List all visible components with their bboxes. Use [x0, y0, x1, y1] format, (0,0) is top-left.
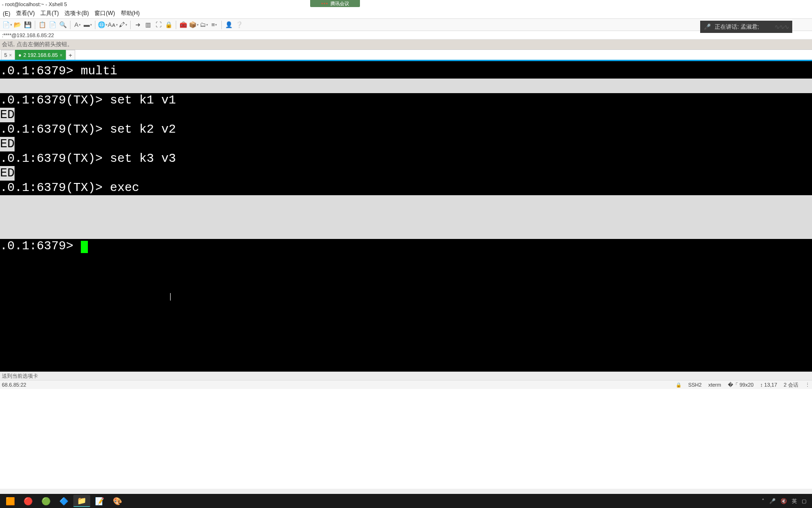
fullscreen-button[interactable]: ⛶	[154, 21, 163, 29]
task-paint[interactable]: 🎨	[109, 495, 126, 507]
terminal-line: ED	[0, 166, 812, 181]
task-app-red[interactable]: 🔴	[20, 495, 37, 507]
toolbar-separator	[176, 21, 176, 29]
list-button[interactable]: ≡	[210, 21, 219, 29]
user-button[interactable]: 👤	[225, 21, 233, 29]
terminal[interactable]: .0.1:6379> multi.0.1:6379(TX)> set k1 v1…	[0, 61, 812, 372]
encoding-button[interactable]: ➜	[133, 21, 142, 29]
tab-dot-icon: ●	[18, 52, 22, 58]
mic-icon: 🎤	[704, 24, 711, 30]
session-tab-active[interactable]: ● 2 192.168.6.85 ×	[15, 50, 66, 60]
bg-color-button[interactable]: ▬	[84, 21, 92, 29]
terminal-line	[0, 79, 812, 93]
close-icon[interactable]: ×	[9, 53, 12, 58]
tray-notifications-icon[interactable]: ▢	[802, 498, 806, 504]
close-icon[interactable]: ×	[60, 53, 62, 58]
status-pos: ↕ 13,17	[760, 382, 777, 388]
connection-text: :****@192.168.6.85:22	[2, 32, 54, 38]
highlight-button[interactable]: 🖍	[119, 21, 127, 29]
find-button[interactable]: 🔍	[59, 21, 67, 29]
menu-edit[interactable]: (E)	[3, 10, 10, 17]
menu-tools[interactable]: 工具(T)	[40, 9, 59, 17]
toolbar-separator	[35, 21, 35, 29]
card-button[interactable]: 🗂	[200, 21, 208, 29]
system-tray[interactable]: ˄ 🎤 🔇 英 ▢	[762, 498, 810, 505]
menu-view[interactable]: 查看(V)	[16, 9, 35, 17]
tray-chevron-icon[interactable]: ˄	[762, 498, 765, 504]
terminal-line	[0, 210, 812, 224]
status-sessions: 2 会话	[784, 381, 798, 389]
wave-icon: ∿∿∿	[774, 23, 789, 31]
tab-strip: 5 × ● 2 192.168.6.85 × +	[0, 50, 812, 61]
help-button[interactable]: ❔	[235, 21, 243, 29]
layout-button[interactable]: ▥	[144, 21, 152, 29]
hint-bar: 会话, 点击左侧的箭头按钮。	[0, 40, 812, 50]
terminal-line: .0.1:6379> multi	[0, 64, 812, 79]
save-button[interactable]: 💾	[23, 21, 32, 29]
terminal-line: .0.1:6379(TX)> set k3 v3	[0, 151, 812, 166]
menu-tabs[interactable]: 选项卡(B)	[64, 9, 89, 17]
whitespace	[0, 389, 812, 489]
status-bar: 68.6.85:22 🔒 SSH2 xterm �「 99x20 ↕ 13,17…	[0, 380, 812, 389]
windows-taskbar: 🟧 🔴 🟢 🔷 📁 📝 🎨 ˄ 🎤 🔇 英 ▢	[0, 494, 812, 508]
globe-button[interactable]: 🌐	[98, 21, 107, 29]
font-color-button[interactable]: A	[73, 21, 82, 29]
terminal-cursor	[81, 241, 88, 253]
menu-bar: (E) 查看(V) 工具(T) 选项卡(B) 窗口(W) 帮助(H)	[0, 8, 812, 19]
toolbar-separator	[70, 21, 70, 29]
open-button[interactable]: 📂	[13, 21, 22, 29]
task-app-blue[interactable]: 🔷	[55, 495, 72, 507]
toolbar-separator	[95, 21, 95, 29]
status-term: xterm	[708, 382, 721, 388]
lock-button[interactable]: 🔒	[164, 21, 173, 29]
tooltip-bar: 送到当前选项卡	[0, 372, 812, 380]
meeting-dots-icon	[321, 3, 328, 4]
tooltip-text: 送到当前选项卡	[2, 373, 38, 380]
task-file-explorer[interactable]: 📁	[73, 495, 90, 507]
menu-window[interactable]: 窗口(W)	[94, 9, 115, 17]
terminal-line	[0, 195, 812, 210]
tab-label: 5	[4, 52, 7, 58]
terminal-line: ED	[0, 137, 812, 151]
status-host: 68.6.85:22	[2, 382, 26, 388]
tools-button[interactable]: 🧰	[179, 21, 187, 29]
toolbar-separator	[130, 21, 131, 29]
new-session-button[interactable]: 📄	[3, 21, 11, 29]
tray-speaker-icon[interactable]: 🔇	[781, 498, 787, 504]
window-titlebar: - root@localhost:~ - Xshell 5	[0, 0, 812, 8]
session-tab[interactable]: 5 ×	[1, 50, 15, 60]
package-button[interactable]: 📦	[189, 21, 198, 29]
hint-text: 会话, 点击左侧的箭头按钮。	[2, 40, 73, 48]
meeting-label: 腾讯会议	[330, 0, 349, 7]
font-button[interactable]: Aᴀ	[109, 21, 117, 29]
copy-button[interactable]: 📋	[38, 21, 47, 29]
task-text-editor[interactable]: 📝	[91, 495, 108, 507]
toolbar: 📄 📂 💾 📋 📄 🔍 A ▬ 🌐 Aᴀ 🖍 ➜ ▥ ⛶ 🔒 🧰 📦 🗂 ≡ 👤…	[0, 19, 812, 31]
toolbar-separator	[221, 21, 222, 29]
tray-mic-icon[interactable]: 🎤	[769, 498, 776, 504]
terminal-line: ED	[0, 108, 812, 122]
status-size: �「 99x20	[728, 381, 754, 389]
task-app-vm[interactable]: 🟧	[2, 495, 19, 507]
voice-indicator: 🎤 正在讲话: 孟淑君; ∿∿∿	[700, 21, 792, 33]
meeting-badge[interactable]: 腾讯会议	[310, 0, 360, 7]
terminal-line: .0.1:6379(TX)> set k2 v2	[0, 122, 812, 137]
status-protocol: SSH2	[688, 382, 702, 388]
window-title: - root@localhost:~ - Xshell 5	[2, 1, 67, 7]
task-app-green[interactable]: 🟢	[38, 495, 55, 507]
terminal-line	[0, 224, 812, 239]
lock-icon: 🔒	[676, 382, 681, 388]
tab-label: 2 192.168.6.85	[23, 52, 58, 58]
connection-bar: :****@192.168.6.85:22	[0, 31, 812, 40]
terminal-line: .0.1:6379>	[0, 239, 812, 254]
tray-ime[interactable]: 英	[792, 498, 797, 505]
paste-button[interactable]: 📄	[48, 21, 57, 29]
terminal-line: .0.1:6379(TX)> exec	[0, 181, 812, 195]
status-sep: ⋮	[805, 382, 810, 388]
menu-help[interactable]: 帮助(H)	[121, 9, 140, 17]
new-tab-button[interactable]: +	[66, 50, 75, 60]
terminal-line: .0.1:6379(TX)> set k1 v1	[0, 93, 812, 108]
text-cursor-icon	[170, 293, 171, 301]
voice-label: 正在讲话: 孟淑君;	[715, 23, 759, 31]
